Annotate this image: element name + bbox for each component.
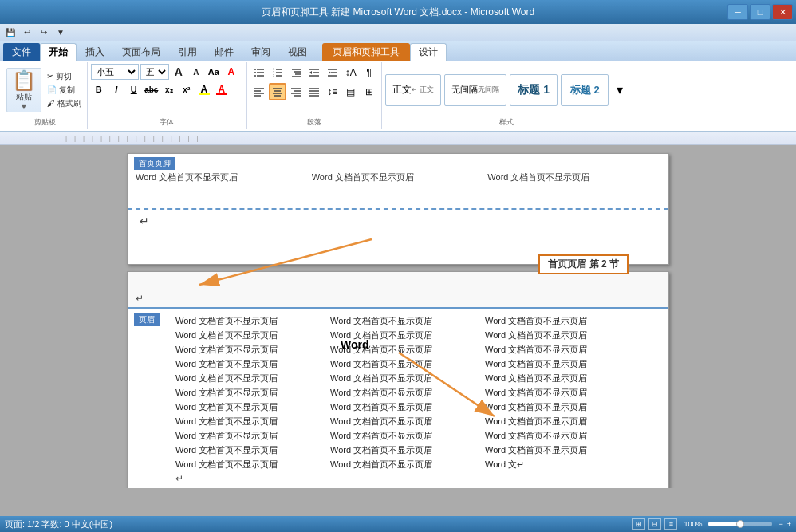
para-row1: 123 ↕A ¶ xyxy=(250,64,378,81)
tab-header-footer-tools[interactable]: 页眉和页脚工具 xyxy=(322,43,410,61)
tab-home[interactable]: 开始 xyxy=(40,43,77,61)
tab-references[interactable]: 引用 xyxy=(169,43,206,61)
title-bar-header-footer-tools: 页眉和页脚工具 xyxy=(262,6,329,19)
minimize-button[interactable]: ─ xyxy=(727,4,748,20)
customize-quick-access-btn[interactable]: ▼ xyxy=(53,26,68,40)
save-quick-btn[interactable]: 💾 xyxy=(3,26,18,40)
increase-indent-button[interactable] xyxy=(324,64,341,81)
body-row-3: Word 文档首页不显示页眉 Word 文档首页不显示页眉 Word 文档首页不… xyxy=(175,344,636,356)
svg-marker-19 xyxy=(309,71,312,74)
center-align-button[interactable] xyxy=(269,83,286,100)
view-web-button[interactable]: ≡ xyxy=(664,518,677,530)
strikethrough-button[interactable]: abc xyxy=(144,81,160,97)
svg-point-4 xyxy=(254,72,256,73)
ruler: | | | | | | | | | | | | | | | | xyxy=(0,132,796,145)
justify-button[interactable] xyxy=(305,83,323,100)
styles-content: 正文 ↵ 正文 无间隔 无间隔 标题 1 标题 2 ▾ xyxy=(385,64,629,116)
clear-format-button[interactable]: A xyxy=(223,64,239,80)
ribbon-tab-bar: 文件 开始 插入 页面布局 引用 邮件 审阅 视图 页眉和页脚工具 设计 xyxy=(0,41,796,61)
para-row2: ↕≡ ▤ ⊞ xyxy=(250,83,378,100)
borders-button[interactable]: ⊞ xyxy=(361,83,378,100)
header-content[interactable]: Word 文档首页不显示页眉 Word 文档首页不显示页眉 Word 文档首页不… xyxy=(128,154,668,210)
line-spacing-button[interactable]: ↕≡ xyxy=(324,83,341,100)
paste-button[interactable]: 📋 粘贴 ▼ xyxy=(6,68,41,112)
copy-button[interactable]: 📄 复制 xyxy=(45,84,84,97)
style-no-spacing-button[interactable]: 无间隔 无间隔 xyxy=(444,74,506,106)
decrease-indent-button[interactable] xyxy=(305,64,323,81)
sort-button[interactable]: ↕A xyxy=(342,64,360,81)
clipboard-label: 剪贴板 xyxy=(6,116,84,128)
title-bar-filename: 新建 Microsoft Word 文档.docx - Microsoft Wo… xyxy=(331,6,534,19)
ribbon: 📋 粘贴 ▼ ✂ 剪切 📄 复制 🖌 格式刷 剪贴板 小五 五 A A A xyxy=(0,61,796,132)
shrink-font-button[interactable]: A xyxy=(188,64,204,80)
page2-body[interactable]: Word 文档首页不显示页眉 Word 文档首页不显示页眉 Word 文档首页不… xyxy=(128,309,668,488)
subscript-button[interactable]: x₂ xyxy=(161,81,177,97)
style-normal-button[interactable]: 正文 ↵ 正文 xyxy=(385,74,442,106)
font-color-button[interactable]: A xyxy=(214,81,230,97)
numbered-list-button[interactable]: 123 xyxy=(269,64,286,81)
font-size-select[interactable]: 五 xyxy=(140,64,169,80)
body-row-11: Word 文档首页不显示页眉 Word 文档首页不显示页眉 Word 文↵ xyxy=(175,459,636,471)
tab-view[interactable]: 视图 xyxy=(279,43,316,61)
body-row-9: Word 文档首页不显示页眉 Word 文档首页不显示页眉 Word 文档首页不… xyxy=(175,430,636,442)
superscript-button[interactable]: x² xyxy=(179,81,195,97)
case-button[interactable]: Aa xyxy=(206,64,222,80)
svg-marker-23 xyxy=(329,71,331,74)
page2: 首页页眉 第 2 节 ↵ 页眉 Word 文档首页不显示页眉 Word 文档首页… xyxy=(127,271,669,488)
tab-mailings[interactable]: 邮件 xyxy=(206,43,242,61)
format-painter-button[interactable]: 🖌 格式刷 xyxy=(45,97,84,110)
maximize-button[interactable]: □ xyxy=(750,4,770,20)
styles-group: 正文 ↵ 正文 无间隔 无间隔 标题 1 标题 2 ▾ 样式 xyxy=(382,62,632,129)
style-heading2-button[interactable]: 标题 2 xyxy=(561,74,609,106)
view-full-screen-button[interactable]: ⊟ xyxy=(648,518,661,530)
align-right-button[interactable] xyxy=(287,83,305,100)
undo-quick-btn[interactable]: ↩ xyxy=(20,26,34,40)
font-row1: 小五 五 A A Aa A xyxy=(91,64,243,80)
document-area: 首页页脚 Word 文档首页不显示页眉 Word 文档首页不显示页眉 Word … xyxy=(0,145,796,488)
svg-point-5 xyxy=(254,75,256,77)
shading-button[interactable]: ▤ xyxy=(342,83,360,100)
show-hide-button[interactable]: ¶ xyxy=(361,64,378,81)
align-left-button[interactable] xyxy=(250,83,268,100)
bullets-button[interactable] xyxy=(250,64,268,81)
body-row-4: Word 文档首页不显示页眉 Word 文档首页不显示页眉 Word 文档首页不… xyxy=(175,358,636,370)
page1-body[interactable]: ↵ xyxy=(128,210,668,258)
tab-design[interactable]: 设计 xyxy=(410,43,447,61)
font-group: 小五 五 A A Aa A B I U abc x₂ x² A A xyxy=(88,62,247,129)
cut-button[interactable]: ✂ 剪切 xyxy=(45,70,84,83)
view-print-button[interactable]: ⊞ xyxy=(632,518,645,530)
highlight-button[interactable]: A xyxy=(196,81,212,97)
clipboard-small-btns: ✂ 剪切 📄 复制 🖌 格式刷 xyxy=(45,70,84,110)
tab-insert[interactable]: 插入 xyxy=(77,43,113,61)
page2-footer-top[interactable]: ↵ xyxy=(128,272,668,309)
close-button[interactable]: ✕ xyxy=(772,4,793,20)
italic-button[interactable]: I xyxy=(108,81,124,97)
page1: 首页页脚 Word 文档首页不显示页眉 Word 文档首页不显示页眉 Word … xyxy=(127,153,669,265)
style-heading1-button[interactable]: 标题 1 xyxy=(510,74,558,106)
paragraph-label: 段落 xyxy=(250,116,378,128)
body-row-7: Word 文档首页不显示页眉 Word 文档首页不显示页眉 Word 文档首页不… xyxy=(175,401,636,413)
multilevel-list-button[interactable] xyxy=(287,64,305,81)
zoom-slider[interactable] xyxy=(708,522,772,526)
body-row-8: Word 文档首页不显示页眉 Word 文档首页不显示页眉 Word 文档首页不… xyxy=(175,416,636,428)
redo-quick-btn[interactable]: ↪ xyxy=(37,26,51,40)
title-bar: 页眉和页脚工具 新建 Microsoft Word 文档.docx - Micr… xyxy=(0,0,796,24)
font-label: 字体 xyxy=(91,116,243,128)
window-controls: ─ □ ✕ xyxy=(727,4,793,20)
clipboard-group: 📋 粘贴 ▼ ✂ 剪切 📄 复制 🖌 格式刷 剪贴板 xyxy=(3,62,88,129)
font-name-select[interactable]: 小五 xyxy=(91,64,139,80)
tab-file[interactable]: 文件 xyxy=(3,43,40,61)
body-row-2: Word 文档首页不显示页眉 Word 文档首页不显示页眉 Word 文档首页不… xyxy=(175,329,636,341)
grow-font-button[interactable]: A xyxy=(171,64,187,80)
bold-button[interactable]: B xyxy=(91,81,107,97)
body-row-1: Word 文档首页不显示页眉 Word 文档首页不显示页眉 Word 文档首页不… xyxy=(175,315,636,327)
tab-review[interactable]: 审阅 xyxy=(242,43,279,61)
styles-label: 样式 xyxy=(385,116,629,128)
underline-button[interactable]: U xyxy=(126,81,142,97)
tab-layout[interactable]: 页面布局 xyxy=(113,43,169,61)
status-bar: 页面: 1/2 字数: 0 中文(中国) ⊞ ⊟ ≡ 100% − + xyxy=(0,516,796,532)
style-more-button[interactable]: ▾ xyxy=(612,74,628,106)
page-header-label: 页眉 xyxy=(134,313,160,326)
body-row-5: Word 文档首页不显示页眉 Word 文档首页不显示页眉 Word 文档首页不… xyxy=(175,372,636,384)
body-row-10: Word 文档首页不显示页眉 Word 文档首页不显示页眉 Word 文档首页不… xyxy=(175,444,636,456)
